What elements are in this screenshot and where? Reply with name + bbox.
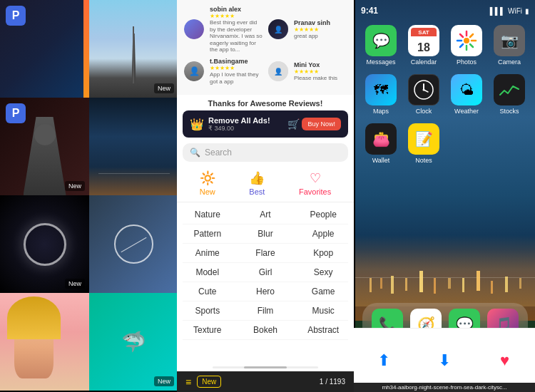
app-stocks[interactable]: Stocks [492,74,526,115]
grid-cell-7[interactable] [0,293,89,391]
ios-status-icons: ▌▌▌ WiFi ▮ [490,7,529,15]
download-action[interactable]: ⬇ [429,345,460,376]
svg-line-6 [470,44,473,47]
download-icon-wrap: ⬇ [429,345,460,376]
wp-col-model[interactable]: Model [183,267,233,277]
grid-cell-2[interactable]: New [89,0,178,98]
grid-cell-4[interactable] [89,98,178,195]
circle-outline [114,225,153,264]
wp-col-people[interactable]: People [298,210,348,220]
wp-col-film[interactable]: Film [240,306,290,316]
wp-col-kpop[interactable]: Kpop [298,248,348,258]
app-messages[interactable]: 💬 Messages [364,25,398,66]
dev-text: great app [294,33,347,40]
orange-bar [83,0,89,98]
tab-new[interactable]: 🔆 New [200,170,215,196]
reviewer-1-name: sobin alex [210,6,263,13]
grid-cell-8[interactable]: 🦈 New [89,293,178,391]
wp-col-texture[interactable]: Texture [183,325,233,335]
weather-icon: 🌤 [451,74,482,105]
ios-status-bar: 9:41 ▌▌▌ WiFi ▮ [361,6,529,16]
reviewer-1-avatar [184,19,204,39]
wp-col-abstract[interactable]: Abstract [298,325,348,335]
reviewer-2-info: t.Basingame ★★★★★ App I love that they g… [210,58,263,85]
new-badge-2: New [154,83,174,93]
heart-action[interactable]: ♥ [489,345,521,376]
p-icon-right: P [6,103,26,123]
svg-point-0 [464,38,469,43]
app-calendar[interactable]: SAT 18 Calendar [407,25,441,66]
wp-col-blur[interactable]: Blur [240,229,290,239]
wp-col-apple[interactable]: Apple [298,229,348,239]
heart-icon: ♥ [500,351,509,370]
share-icon-wrap: ⬆ [368,345,399,376]
wp-row-3: Model Girl Sexy [183,263,348,282]
new-tab-icon: 🔆 [200,170,215,186]
download-icon: ⬇ [438,351,451,370]
new-badge-5: New [65,279,85,289]
buy-button[interactable]: Buy Now! [302,118,341,130]
app-weather[interactable]: 🌤 Weather [449,74,484,115]
wp-col-sexy[interactable]: Sexy [298,267,348,277]
search-bar[interactable]: 🔍 Search [183,143,348,162]
grid-cell-5[interactable]: New [0,195,89,293]
maps-icon: 🗺 [365,74,397,105]
wallet-icon: 👛 [365,123,397,155]
wp-col-art[interactable]: Art [240,210,290,220]
review-2: 👤 t.Basingame ★★★★★ App I love that they… [184,58,347,85]
category-tabs: 🔆 New 👍 Best ♡ Favorites [177,167,354,202]
app-grid: 💬 Messages SAT 18 Calendar [361,25,529,164]
shark-icon: 🦈 [121,330,146,354]
battery-icon: ▮ [525,7,529,15]
share-action[interactable]: ⬆ [368,345,399,376]
remove-ads-banner[interactable]: 👑 Remove All Ads! ₹ 349.00 🛒 Buy Now! [183,110,348,138]
app-clock[interactable]: Clock [407,74,441,115]
svg-line-8 [460,44,463,47]
tab-favorites[interactable]: ♡ Favorites [299,170,331,196]
wp-col-flare[interactable]: Flare [240,248,290,258]
signal-icon: ▌▌▌ [490,7,505,15]
messages-icon: 💬 [365,25,397,56]
reviewer-1-stars: ★★★★★ [210,13,263,19]
reviewer-2b-info: Mini Yox ★★★★★ Please make this [294,61,347,82]
reviewer-2-stars: ★★★★★ [210,65,263,71]
reviewer-2-avatar: 👤 [184,61,204,81]
grid-cell-6[interactable] [89,195,178,293]
tab-best[interactable]: 👍 Best [249,170,265,196]
dev-stars: ★★★★★ [294,26,347,33]
reviewer-2-text: App I love that they got a app [210,71,263,85]
dev-info: Pranav sinh ★★★★★ great app [294,19,347,40]
grid-cell-1[interactable]: P [0,0,89,98]
stocks-label: Stocks [499,108,519,115]
app-wallet[interactable]: 👛 Wallet [364,123,398,164]
review-1: sobin alex ★★★★★ Best thing ever did by … [184,6,347,53]
app-notes[interactable]: 📝 Notes [407,123,441,164]
messages-label: Messages [366,58,395,66]
remove-ads-title: Remove All Ads! [208,116,283,125]
wp-row-5: Sports Film Music [183,301,348,321]
clock-label: Clock [416,108,432,115]
dev-name: Pranav sinh [294,19,347,26]
app-maps[interactable]: 🗺 Maps [364,74,398,115]
photos-icon [451,25,482,56]
left-grid: P New P New New 🦈 New [0,0,178,392]
app-photos[interactable]: Photos [449,25,484,66]
camera-label: Camera [498,58,521,66]
clock-icon [408,74,439,105]
grid-cell-3[interactable]: P New [0,98,89,195]
wp-col-girl[interactable]: Girl [240,267,290,277]
wp-col-sports[interactable]: Sports [183,306,233,316]
wp-col-anime[interactable]: Anime [183,248,233,258]
favorites-tab-label: Favorites [299,187,331,196]
remove-ads-price: ₹ 349.00 [208,125,283,132]
circle-line [121,237,147,252]
wp-col-nature[interactable]: Nature [183,210,233,220]
wp-col-pattern[interactable]: Pattern [183,229,233,239]
wp-col-music[interactable]: Music [298,306,348,316]
wp-row-6: Texture Bokeh Abstract [183,321,348,340]
wp-col-bokeh[interactable]: Bokeh [240,325,290,335]
app-camera[interactable]: 📷 Camera [492,25,526,66]
wp-col-hero[interactable]: Hero [240,287,290,296]
wp-col-game[interactable]: Game [298,287,348,296]
wp-col-cute[interactable]: Cute [183,287,233,296]
